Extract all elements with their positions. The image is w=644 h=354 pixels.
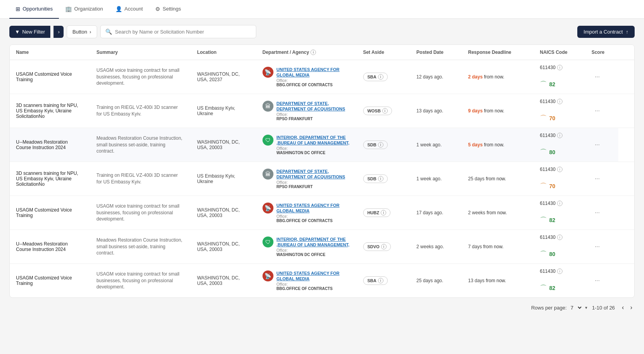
row-set-aside: SDB i (357, 162, 410, 196)
deadline-suffix: from now. (483, 142, 504, 148)
badge-info-icon[interactable]: i (378, 142, 383, 148)
chevron-icon: › (89, 29, 91, 35)
dept-info: UNITED STATES AGENCY FOR GLOBAL MEDIA Of… (277, 67, 351, 87)
row-actions: ··· (585, 128, 618, 162)
dept-link[interactable]: INTERIOR, DEPARTMENT OF THE ,BUREAU OF L… (277, 237, 351, 248)
col-name: Name (10, 45, 90, 60)
nav-bar: ⊞ Opportunities 🏢 Organization 👤 Account… (0, 0, 644, 19)
badge-info-icon[interactable]: i (381, 210, 386, 215)
row-naics: 611430 i (534, 60, 585, 75)
dept-info: UNITED STATES AGENCY FOR GLOBAL MEDIA Of… (277, 270, 351, 291)
dept-link[interactable]: DEPARTMENT OF STATE, DEPARTMENT OF ACQUI… (277, 101, 351, 112)
score-value: 82 (549, 81, 555, 87)
filter-icon: ▼ (15, 29, 20, 35)
naics-info-icon[interactable]: i (557, 167, 562, 172)
page-nav: ‹ › (619, 303, 635, 312)
badge-info-icon[interactable]: i (381, 244, 387, 249)
button-button[interactable]: Button › (67, 25, 97, 38)
dept-info: DEPARTMENT OF STATE, DEPARTMENT OF ACQUI… (277, 169, 351, 189)
dept-office-name: RPSO FRANKFURT (277, 117, 351, 121)
account-icon: 👤 (115, 6, 122, 12)
dept-logo: 🏛 (263, 169, 273, 180)
row-naics: 611430 i (534, 196, 585, 211)
dept-link[interactable]: INTERIOR, DEPARTMENT OF THE ,BUREAU OF L… (277, 135, 351, 146)
score-value: 80 (549, 149, 555, 155)
deadline-days: 2 weeks (468, 210, 485, 215)
score-value: 80 (549, 251, 555, 257)
row-actions: ··· (585, 162, 618, 196)
row-dept: 🛡 INTERIOR, DEPARTMENT OF THE ,BUREAU OF… (256, 128, 357, 162)
prev-page-button[interactable]: ‹ (619, 303, 626, 312)
row-name: U--Meadows Restoration Course Instructio… (10, 128, 90, 162)
rows-per-page-select[interactable]: 7 10 25 (569, 304, 583, 311)
naics-info-icon[interactable]: i (557, 235, 562, 240)
more-options-button[interactable]: ··· (591, 208, 603, 218)
new-filter-button[interactable]: ▼ New Filter (9, 26, 50, 38)
button-label: Button (73, 29, 87, 35)
row-score: ⌒ 80 (534, 143, 585, 162)
score-arc-icon: ⌒ (540, 80, 547, 89)
dept-office-label: Office: (277, 146, 351, 151)
naics-info-icon[interactable]: i (557, 133, 562, 138)
more-options-button[interactable]: ··· (591, 106, 603, 116)
badge-info-icon[interactable]: i (382, 108, 388, 114)
rows-per-page-label: Rows per page: (531, 305, 567, 311)
row-posted: 17 days ago. (410, 196, 462, 230)
badge-info-icon[interactable]: i (378, 176, 383, 181)
score-arc-icon: ⌒ (540, 181, 547, 191)
search-icon: 🔍 (105, 28, 112, 35)
more-options-button[interactable]: ··· (591, 140, 603, 150)
naics-info-icon[interactable]: i (557, 269, 562, 274)
dept-link[interactable]: UNITED STATES AGENCY FOR GLOBAL MEDIA (277, 67, 351, 78)
naics-info-icon[interactable]: i (557, 99, 562, 104)
badge-info-icon[interactable]: i (378, 74, 383, 80)
dept-info-icon[interactable]: i (310, 50, 316, 55)
nav-settings[interactable]: ⚙ Settings (149, 0, 187, 19)
row-name: 3D scanners training for NPU, US Embassy… (10, 94, 90, 128)
row-actions: ··· (585, 196, 618, 230)
deadline-suffix: from now. (484, 278, 506, 283)
next-page-button[interactable]: › (628, 303, 635, 312)
dept-office-name: BBG.OFFICE OF CONTRACTS (277, 286, 351, 291)
row-summary: USAGM voice training contract for small … (90, 60, 191, 94)
dept-link[interactable]: DEPARTMENT OF STATE, DEPARTMENT OF ACQUI… (277, 169, 351, 180)
dept-office-label: Office: (277, 282, 351, 286)
dept-logo: 📡 (263, 203, 273, 213)
search-input[interactable] (115, 29, 251, 35)
row-name: 3D scanners training for NPU, US Embassy… (10, 162, 90, 196)
row-deadline: 13 days from now. (462, 264, 534, 298)
filter-arrow-button[interactable]: › (53, 26, 63, 38)
score-arc-icon: ⌒ (540, 114, 547, 123)
row-summary: Meadows Restoration Course Instruction, … (90, 128, 191, 162)
naics-info-icon[interactable]: i (557, 65, 562, 70)
deadline-suffix: from now. (482, 244, 503, 249)
more-options-button[interactable]: ··· (591, 242, 603, 252)
badge-info-icon[interactable]: i (378, 278, 383, 283)
new-filter-label: New Filter (22, 29, 45, 35)
row-name: USAGM Customized Voice Training (10, 264, 90, 298)
import-contract-button[interactable]: Import a Contract ↑ (577, 26, 635, 38)
naics-info-icon[interactable]: i (557, 201, 562, 206)
row-location: WASHINGTON, DC, USA, 20003 (191, 264, 256, 298)
deadline-days: 9 days (468, 108, 483, 114)
chevron-down-icon: ▾ (585, 305, 587, 310)
toolbar: ▼ New Filter › Button › 🔍 Import a Contr… (0, 19, 644, 44)
nav-organization[interactable]: 🏢 Organization (59, 0, 109, 19)
more-options-button[interactable]: ··· (591, 276, 603, 286)
nav-account[interactable]: 👤 Account (109, 0, 149, 19)
dept-link[interactable]: UNITED STATES AGENCY FOR GLOBAL MEDIA (277, 270, 351, 282)
more-options-button[interactable]: ··· (591, 174, 603, 184)
more-options-button[interactable]: ··· (591, 72, 603, 82)
opportunities-icon: ⊞ (16, 6, 20, 12)
col-dept: Department / Agency i (256, 45, 357, 60)
row-summary: Training on RIEGL VZ-400i 3D scanner for… (90, 162, 191, 196)
row-naics: 611430 i (534, 162, 585, 177)
row-location: US Embassy Kyiv, Ukraine (191, 94, 256, 128)
row-posted: 13 days ago. (410, 94, 462, 128)
nav-opportunities[interactable]: ⊞ Opportunities (9, 0, 59, 19)
row-posted: 2 weeks ago. (410, 230, 462, 264)
dept-link[interactable]: UNITED STATES AGENCY FOR GLOBAL MEDIA (277, 203, 351, 214)
deadline-suffix: from now. (485, 210, 507, 215)
row-deadline: 7 days from now. (462, 230, 534, 264)
row-actions: ··· (585, 264, 618, 298)
